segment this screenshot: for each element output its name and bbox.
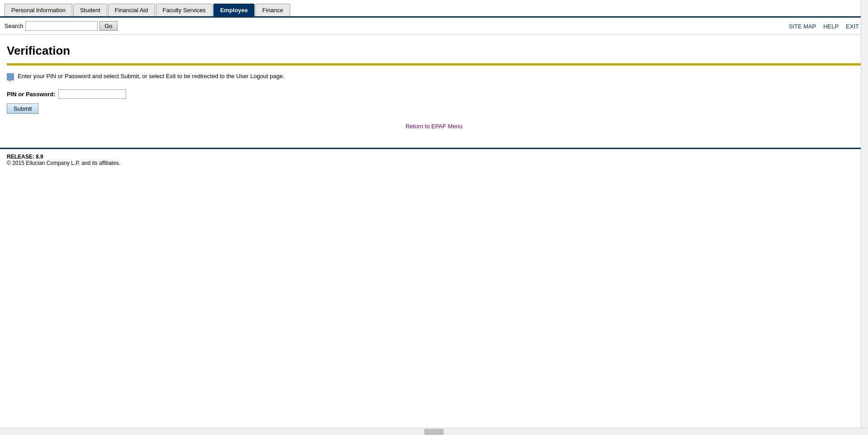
search-bar: Search Go SITE MAP HELP EXIT — [0, 18, 868, 35]
submit-button[interactable]: Submit — [7, 103, 38, 114]
search-input[interactable] — [25, 21, 98, 31]
page-title: Verification — [7, 44, 861, 58]
nav-tab-faculty-services[interactable]: Faculty Services — [156, 4, 212, 16]
pin-label: PIN or Password: — [7, 91, 56, 98]
help-link[interactable]: HELP — [823, 23, 839, 29]
nav-tab-employee[interactable]: Employee — [213, 4, 255, 16]
return-epaf-link[interactable]: Return to EPAF Menu — [406, 123, 462, 130]
pin-input[interactable] — [58, 89, 126, 99]
footer: RELEASE: 8.9 © 2015 Ellucian Company L.P… — [0, 148, 868, 171]
submit-row: Submit — [7, 103, 861, 114]
nav-tab-financial-aid[interactable]: Financial Aid — [108, 4, 155, 16]
search-label: Search — [5, 23, 23, 29]
release-text: RELEASE: 8.9 — [7, 154, 861, 160]
info-message-text: Enter your PIN or Password and select Su… — [18, 73, 284, 80]
info-icon — [7, 73, 14, 80]
right-scrollbar[interactable] — [861, 0, 868, 171]
nav-tab-student[interactable]: Student — [73, 4, 107, 16]
return-link-row: Return to EPAF Menu — [7, 123, 861, 130]
exit-link[interactable]: EXIT — [846, 23, 859, 29]
go-button[interactable]: Go — [99, 21, 117, 31]
site-map-link[interactable]: SITE MAP — [788, 23, 816, 29]
main-content: Verification Enter your PIN or Password … — [0, 35, 868, 148]
yellow-bar — [7, 63, 861, 65]
top-navigation: Personal InformationStudentFinancial Aid… — [0, 0, 868, 18]
nav-tab-finance[interactable]: Finance — [255, 4, 290, 16]
info-message: Enter your PIN or Password and select Su… — [7, 73, 861, 80]
nav-tab-personal-information[interactable]: Personal Information — [5, 4, 72, 16]
copyright-text: © 2015 Ellucian Company L.P. and its aff… — [7, 160, 861, 166]
pin-form: PIN or Password: Submit — [7, 89, 861, 114]
header-links: SITE MAP HELP EXIT — [788, 23, 859, 29]
